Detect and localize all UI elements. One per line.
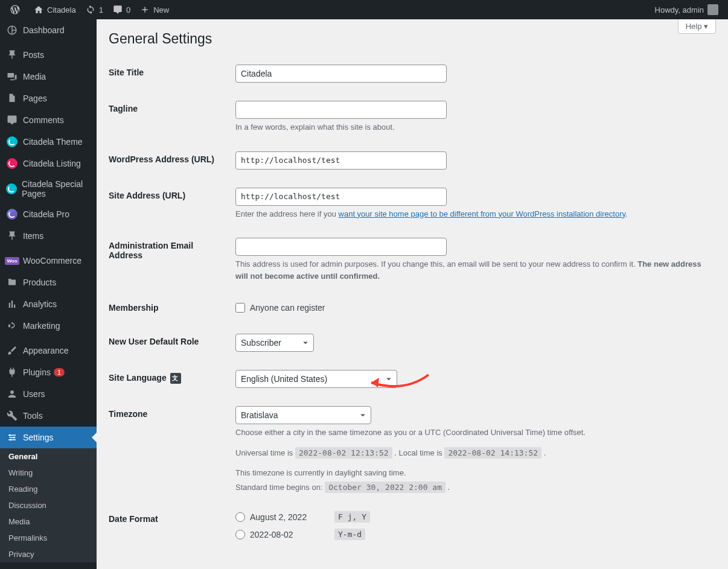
page-icon <box>6 92 18 104</box>
site-language-select[interactable]: English (United States) <box>235 370 397 388</box>
label-default-role: New User Default Role <box>109 325 229 361</box>
label-date-format: Date Format <box>109 502 229 555</box>
wrench-icon <box>6 410 18 422</box>
menu-tools[interactable]: Tools <box>0 405 97 427</box>
timezone-dst: This timezone is currently in daylight s… <box>235 467 710 479</box>
site-url-input[interactable] <box>235 188 447 206</box>
wp-url-input[interactable] <box>235 151 447 170</box>
svg-point-2 <box>10 439 11 440</box>
date-format-radio-1[interactable] <box>235 512 245 522</box>
menu-label: Citadela Special Pages <box>22 179 91 199</box>
media-icon <box>6 71 18 83</box>
menu-label: Products <box>23 278 56 287</box>
timezone-times: Universal time is 2022-08-02 12:13:52 . … <box>235 447 710 459</box>
menu-citadela-pro[interactable]: Citadela Pro <box>0 203 97 225</box>
timezone-std: Standard time begins on: October 30, 202… <box>235 482 710 494</box>
product-icon <box>6 276 18 288</box>
pin-icon <box>6 49 18 61</box>
menu-dashboard[interactable]: Dashboard <box>0 19 97 41</box>
citadela-icon <box>6 136 18 148</box>
svg-point-0 <box>9 434 11 436</box>
comments-link[interactable]: 0 <box>108 0 135 19</box>
membership-checkbox[interactable] <box>235 303 245 313</box>
comments-count: 0 <box>126 5 130 14</box>
updates-link[interactable]: 1 <box>81 0 108 19</box>
wordpress-icon <box>10 4 21 15</box>
menu-woocommerce[interactable]: WooWooCommerce <box>0 250 97 272</box>
howdy-label: Howdy, admin <box>655 5 704 14</box>
menu-appearance[interactable]: Appearance <box>0 340 97 361</box>
menu-products[interactable]: Products <box>0 272 97 293</box>
menu-label: Posts <box>23 50 44 60</box>
menu-label: Plugins <box>23 367 51 377</box>
menu-plugins[interactable]: Plugins1 <box>0 361 97 383</box>
menu-citadela-special[interactable]: Citadela Special Pages <box>0 174 97 203</box>
site-name-link[interactable]: Citadela <box>29 0 81 19</box>
label-admin-email: Administration Email Address <box>109 229 229 291</box>
woo-icon: Woo <box>6 255 18 267</box>
timezone-desc: Choose either a city in the same timezon… <box>235 427 710 439</box>
menu-posts[interactable]: Posts <box>0 44 97 66</box>
menu-label: Users <box>23 389 45 399</box>
membership-checkbox-label[interactable]: Anyone can register <box>235 303 710 313</box>
menu-label: Items <box>23 231 43 241</box>
submenu-discussion[interactable]: Discussion <box>0 497 97 513</box>
menu-label: Analytics <box>23 299 57 309</box>
new-content-link[interactable]: New <box>135 0 174 19</box>
site-url-help-link[interactable]: want your site home page to be different… <box>339 209 625 218</box>
settings-submenu: General Writing Reading Discussion Media… <box>0 448 97 562</box>
date-format-label-2: 2022-08-02 <box>250 530 334 539</box>
site-title-input[interactable] <box>235 65 447 83</box>
page-title: General Settings <box>109 25 716 49</box>
citadela-icon <box>6 208 18 220</box>
label-tagline: Tagline <box>109 92 229 142</box>
menu-comments[interactable]: Comments <box>0 109 97 131</box>
label-site-title: Site Title <box>109 56 229 92</box>
date-format-radio-2[interactable] <box>235 530 245 539</box>
tagline-desc: In a few words, explain what this site i… <box>235 121 710 133</box>
comment-icon <box>6 114 18 126</box>
admin-toolbar: Citadela 1 0 New Howdy, admin <box>0 0 728 19</box>
user-icon <box>6 388 18 400</box>
submenu-permalinks[interactable]: Permalinks <box>0 530 97 546</box>
updates-count: 1 <box>99 5 103 14</box>
help-tab[interactable]: Help ▾ <box>678 19 716 34</box>
label-timezone: Timezone <box>109 397 229 502</box>
menu-label: Comments <box>23 115 64 125</box>
menu-label: Marketing <box>23 321 60 331</box>
menu-citadela-listing[interactable]: Citadela Listing <box>0 153 97 174</box>
submenu-general[interactable]: General <box>0 448 97 465</box>
menu-settings[interactable]: Settings <box>0 427 97 448</box>
plus-icon <box>140 5 150 14</box>
admin-email-input[interactable] <box>235 238 447 256</box>
timezone-select[interactable]: Bratislava <box>235 406 371 424</box>
menu-citadela-theme[interactable]: Citadela Theme <box>0 131 97 153</box>
plugins-count-badge: 1 <box>54 368 65 377</box>
menu-users[interactable]: Users <box>0 383 97 405</box>
new-label: New <box>153 5 169 14</box>
default-role-select[interactable]: Subscriber <box>235 334 314 352</box>
menu-label: WooCommerce <box>23 256 81 265</box>
menu-analytics[interactable]: Analytics <box>0 293 97 315</box>
comment-icon <box>113 5 123 14</box>
chart-icon <box>6 298 18 310</box>
submenu-privacy[interactable]: Privacy <box>0 546 97 562</box>
site-name-label: Citadela <box>47 5 76 14</box>
label-language: Site Language <box>109 361 229 397</box>
submenu-media[interactable]: Media <box>0 513 97 530</box>
menu-items[interactable]: Items <box>0 225 97 247</box>
menu-marketing[interactable]: Marketing <box>0 315 97 337</box>
dashboard-icon <box>6 24 18 36</box>
submenu-reading[interactable]: Reading <box>0 481 97 497</box>
my-account[interactable]: Howdy, admin <box>650 0 723 19</box>
site-url-desc: Enter the address here if you want your … <box>235 208 710 220</box>
date-format-code-1: F j, Y <box>334 511 370 523</box>
menu-media[interactable]: Media <box>0 66 97 87</box>
submenu-writing[interactable]: Writing <box>0 465 97 481</box>
pin-icon <box>6 230 18 242</box>
admin-email-desc: This address is used for admin purposes.… <box>235 258 710 282</box>
date-format-code-2: Y-m-d <box>334 529 365 540</box>
menu-pages[interactable]: Pages <box>0 87 97 109</box>
tagline-input[interactable] <box>235 101 447 119</box>
wp-logo[interactable] <box>5 0 29 19</box>
